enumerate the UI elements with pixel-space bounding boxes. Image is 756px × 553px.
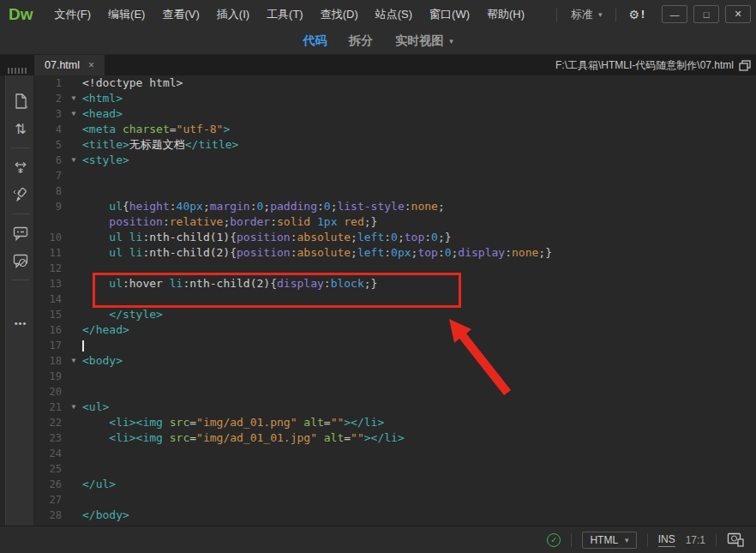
settings-gear-button[interactable]: ⚙ ! — [625, 6, 648, 23]
code-line-row: 16</head> — [34, 322, 756, 338]
menu-item[interactable]: 文件(F) — [47, 3, 99, 27]
code-line-row: 9 ul{height:40px;margin:0;padding:0;list… — [34, 199, 756, 214]
fold-column — [65, 369, 82, 384]
titlebar-right: 标准 ▾ ⚙ ! — □ ✕ — [556, 3, 751, 26]
fold-column — [65, 292, 82, 307]
fold-column — [65, 430, 82, 446]
menu-item[interactable]: 工具(T) — [259, 3, 311, 27]
close-button[interactable]: ✕ — [725, 5, 751, 23]
fold-column — [65, 276, 82, 292]
chevron-down-icon: ▾ — [449, 37, 453, 45]
menu-bar: 文件(F)编辑(E)查看(V)插入(I)工具(T)查找(D)站点(S)窗口(W)… — [47, 3, 533, 27]
fold-column — [65, 307, 82, 322]
fold-column — [65, 508, 82, 523]
line-number: 7 — [34, 168, 65, 183]
open-documents-button[interactable] — [9, 90, 32, 112]
divider — [556, 8, 557, 21]
menu-item[interactable]: 查看(V) — [154, 3, 207, 27]
menu-item[interactable]: 编辑(E) — [100, 3, 153, 27]
code-line-row: 15 </style> — [34, 307, 756, 322]
word-wrap-button[interactable] — [9, 156, 32, 178]
close-tab-icon[interactable]: × — [88, 59, 94, 71]
minimize-button[interactable]: — — [662, 5, 687, 23]
tabbar-right: F:\工具箱\HTMLI-代码随意制作\07.html — [555, 58, 756, 73]
line-number: 18 — [34, 353, 65, 369]
toolbar-grip — [8, 68, 28, 74]
line-number: 11 — [34, 245, 65, 261]
tab-live-view[interactable]: 实时视图 ▾ — [395, 33, 453, 49]
tab-code-view[interactable]: 代码 — [303, 33, 327, 49]
menu-item[interactable]: 窗口(W) — [422, 3, 477, 27]
fold-marker-icon[interactable]: ▼ — [65, 106, 82, 122]
cursor-position: 17:1 — [686, 534, 705, 546]
code-line-row: 2▼<html> — [34, 91, 756, 106]
menu-item[interactable]: 站点(S) — [368, 3, 420, 27]
file-icon — [14, 93, 27, 109]
doctype-dropdown[interactable]: HTML ▾ — [582, 532, 636, 549]
code-line-text: <body> — [82, 353, 123, 369]
fold-column — [65, 322, 82, 338]
code-line-row: 7 — [34, 168, 756, 183]
line-number: 25 — [34, 461, 65, 477]
more-options-button[interactable]: ••• — [15, 318, 27, 328]
line-number: 3 — [34, 106, 65, 122]
workspace-label: 标准 — [571, 7, 593, 22]
maximize-button[interactable]: □ — [693, 5, 719, 23]
divider — [571, 533, 572, 547]
line-number: 15 — [34, 307, 65, 322]
coding-toolbar: ⇅ — [0, 75, 34, 526]
comment-remove-icon — [13, 254, 28, 268]
code-rows: 1<!doctype html>2▼<html>3▼<head>4<meta c… — [34, 75, 756, 523]
line-number: 17 — [34, 338, 65, 353]
menu-item[interactable]: 查找(D) — [313, 3, 366, 27]
code-line-text: ul:hover li:nth-child(2){display:block;} — [82, 276, 377, 292]
fold-column — [65, 461, 82, 477]
code-line-text: </style> — [82, 307, 163, 322]
document-tab[interactable]: 07.html × — [34, 55, 105, 75]
window-restore-icon[interactable] — [739, 60, 751, 71]
format-brush-icon — [13, 187, 28, 202]
line-number: 2 — [34, 91, 65, 106]
tab-split-view[interactable]: 拆分 — [349, 33, 373, 49]
code-line-text: <html> — [82, 91, 123, 106]
line-number: 8 — [34, 183, 65, 199]
code-line-row: 18▼<body> — [34, 353, 756, 369]
code-line-row: 1<!doctype html> — [34, 75, 756, 91]
word-wrap-icon — [13, 159, 28, 175]
status-bar: ✓ HTML ▾ INS 17:1 — [0, 526, 756, 553]
line-number: 27 — [34, 492, 65, 508]
file-path: F:\工具箱\HTMLI-代码随意制作\07.html — [555, 58, 734, 73]
apply-comment-button[interactable] — [9, 222, 32, 244]
fold-marker-icon[interactable]: ▼ — [65, 353, 82, 369]
fold-column — [65, 168, 82, 183]
code-line-row: 4<meta charset="utf-8"> — [34, 122, 756, 137]
browser-preview-icon[interactable] — [727, 532, 744, 547]
fold-column — [65, 415, 82, 430]
sort-lines-button[interactable]: ⇅ — [9, 117, 32, 140]
menu-item[interactable]: 插入(I) — [209, 3, 257, 27]
code-line-text — [82, 338, 84, 353]
workspace-switcher[interactable]: 标准 ▾ — [566, 3, 608, 26]
fold-marker-icon[interactable]: ▼ — [65, 91, 82, 106]
code-line-row: 21▼<ul> — [34, 400, 756, 415]
format-source-button[interactable] — [9, 183, 32, 206]
menu-item[interactable]: 帮助(H) — [479, 3, 532, 27]
live-view-label: 实时视图 — [395, 33, 443, 49]
comment-bubble-icon — [13, 226, 28, 241]
line-number: 16 — [34, 322, 65, 338]
updown-arrows-icon: ⇅ — [15, 121, 26, 137]
fold-column — [65, 214, 82, 230]
fold-column — [65, 446, 82, 461]
code-editor[interactable]: 1<!doctype html>2▼<html>3▼<head>4<meta c… — [34, 75, 756, 526]
line-number: 5 — [34, 137, 65, 153]
code-line-text: </body> — [82, 508, 129, 523]
notification-badge: ! — [641, 9, 645, 21]
remove-comment-button[interactable] — [9, 249, 32, 272]
fold-marker-icon[interactable]: ▼ — [65, 153, 82, 168]
line-number: 24 — [34, 446, 65, 461]
fold-marker-icon[interactable]: ▼ — [65, 400, 82, 415]
code-line-row: 8 — [34, 183, 756, 199]
text-caret — [82, 340, 84, 352]
dreamweaver-window: Dw 文件(F)编辑(E)查看(V)插入(I)工具(T)查找(D)站点(S)窗口… — [0, 0, 756, 553]
fold-column — [65, 75, 82, 91]
